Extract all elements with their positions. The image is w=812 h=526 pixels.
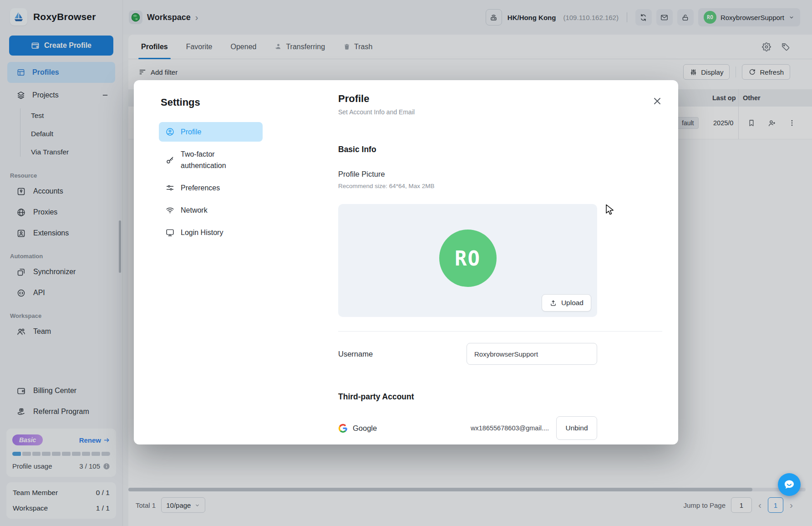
page-subtitle: Set Account Info and Email [338, 108, 662, 116]
settings-nav-profile[interactable]: Profile [159, 122, 263, 142]
divider [338, 331, 662, 332]
settings-nav: Profile Two-factor authentication Prefer… [159, 122, 263, 245]
username-input[interactable] [467, 343, 597, 365]
chat-support-button[interactable] [778, 473, 801, 496]
unbind-button[interactable]: Unbind [556, 416, 597, 440]
profile-avatar: RO [439, 230, 497, 287]
settings-nav-network[interactable]: Network [159, 200, 263, 220]
settings-nav-login-history[interactable]: Login History [159, 223, 263, 242]
settings-nav-preferences[interactable]: Preferences [159, 178, 263, 198]
key-icon [165, 155, 175, 165]
basic-info-heading: Basic Info [338, 145, 662, 154]
page-title: Profile [338, 93, 662, 105]
google-email: wx18655678603@gmail.... [471, 424, 549, 432]
avatar-panel: RO Upload [338, 204, 597, 317]
monitor-icon [165, 228, 175, 237]
sliders-horizontal-icon [165, 183, 175, 193]
user-circle-icon [165, 127, 175, 137]
modal-title: Settings [161, 97, 200, 108]
wifi-icon [165, 205, 175, 215]
google-account-row: Google wx18655678603@gmail.... Unbind [338, 416, 597, 440]
upload-button[interactable]: Upload [542, 294, 591, 312]
settings-nav-two-factor[interactable]: Two-factor authentication [159, 144, 263, 175]
google-icon [338, 424, 348, 433]
username-label: Username [338, 350, 373, 358]
third-party-heading: Third-party Account [338, 392, 662, 402]
settings-modal: Settings Profile Two-factor authenticati… [134, 80, 678, 444]
picture-label: Profile Picture [338, 170, 662, 179]
google-label: Google [353, 424, 377, 433]
upload-icon [549, 299, 557, 307]
settings-content: Profile Set Account Info and Email Basic… [338, 80, 662, 440]
picture-hint: Recommend size: 64*64, Max 2MB [338, 183, 662, 189]
chat-bubble-icon [783, 478, 796, 491]
